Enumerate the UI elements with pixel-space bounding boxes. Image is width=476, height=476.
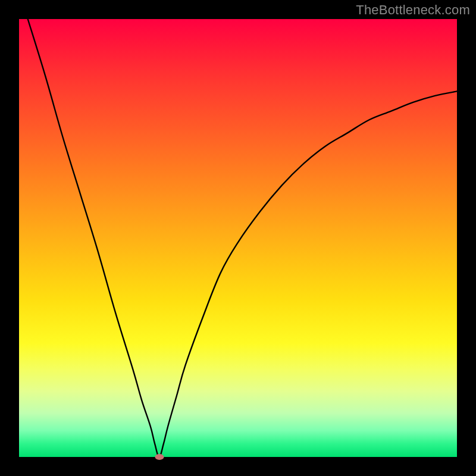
plot-area (19, 19, 457, 457)
chart-frame: TheBottleneck.com (0, 0, 476, 476)
watermark-text: TheBottleneck.com (356, 2, 470, 18)
optimum-marker (155, 454, 164, 460)
bottleneck-curve (19, 19, 457, 457)
